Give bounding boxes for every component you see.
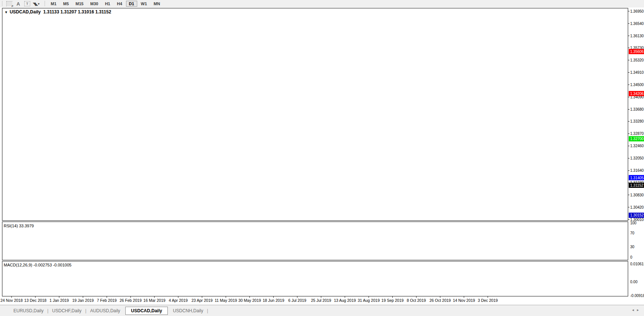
rsi-axis-label: 30 <box>630 245 635 249</box>
rsi-indicator-label: RSI(14) 33.3979 <box>4 224 34 228</box>
symbol-tab-bar: EURUSD,Daily|USDCHF,Daily|AUDUSD,DailyUS… <box>0 305 644 316</box>
symbol-tab-usdcnh[interactable]: USDCNH,Daily <box>169 307 207 315</box>
timeframe-button-m15[interactable]: M15 <box>73 1 87 7</box>
date-label: 23 Apr 2019 <box>191 298 213 303</box>
price-tick-label: 1.31640 <box>630 168 644 173</box>
macd-axis-label: 0.00 <box>630 280 638 284</box>
symbol-tab-usdchf[interactable]: USDCHF,Daily <box>48 307 85 315</box>
price-level-badge-value: 1.35606 <box>630 50 644 54</box>
price-tick-label: 1.30420 <box>630 205 644 209</box>
price-level-badge-value: 1.31152 <box>630 183 644 187</box>
chart-window[interactable]: 1.369501.365401.361301.357301.353201.349… <box>0 7 644 305</box>
date-label: 4 Apr 2019 <box>169 298 188 303</box>
timeframe-button-m1[interactable]: M1 <box>48 1 59 7</box>
date-label: 25 Jul 2019 <box>311 298 331 303</box>
price-tick-label: 1.32460 <box>630 144 644 148</box>
price-tick-label: 1.35320 <box>630 58 644 62</box>
timeframe-button-h1[interactable]: H1 <box>102 1 113 7</box>
date-label: 13 Dec 2018 <box>24 298 47 303</box>
symbol-tab-usdcad[interactable]: USDCAD,Daily <box>125 307 167 315</box>
price-tick-label: 1.32870 <box>630 132 644 136</box>
timeframe-button-d1[interactable]: D1 <box>126 1 137 7</box>
date-label: 3 Dec 2019 <box>478 298 498 303</box>
date-label: 19 Jan 2019 <box>72 298 94 303</box>
date-label: 11 May 2019 <box>215 298 237 303</box>
date-label: 13 Aug 2019 <box>334 298 356 303</box>
date-label: 26 Oct 2019 <box>430 298 451 303</box>
macd-indicator-label: MACD(12,26,9) -0.002753 -0.001005 <box>4 263 72 267</box>
rsi-pane-frame <box>2 222 628 260</box>
date-label: 14 Nov 2019 <box>453 298 475 303</box>
date-label: 31 Aug 2019 <box>358 298 380 303</box>
macd-axis-label: 0.010615 <box>630 262 644 266</box>
rsi-axis-label: 0 <box>630 255 632 259</box>
collapse-triangle-icon[interactable]: ▼ <box>4 10 8 14</box>
price-tick-label: 1.33280 <box>630 119 644 123</box>
tab-scroll-left-icon[interactable]: ◂ <box>632 308 637 312</box>
symbol-tab-audusd[interactable]: AUDUSD,Daily <box>87 307 124 315</box>
date-label: 6 Jul 2019 <box>288 298 307 303</box>
drawing-tools-icon[interactable]: ◥◣▾ <box>32 1 40 7</box>
price-tick-label: 1.33680 <box>630 107 644 111</box>
price-level-badge-value: 1.34206 <box>630 92 644 96</box>
date-label: 19 Sep 2019 <box>381 298 404 303</box>
axis-layer: 1.369501.365401.361301.357301.353201.349… <box>0 8 644 303</box>
date-label: 16 Mar 2019 <box>144 298 166 303</box>
price-tick-label: 1.36950 <box>630 9 644 13</box>
timeframe-button-m5[interactable]: M5 <box>60 1 72 7</box>
date-label: 24 Nov 2018 <box>0 298 23 303</box>
dropdown-caret-icon[interactable]: ▾ <box>38 2 40 6</box>
symbol-tab-eurusd[interactable]: EURUSD,Daily <box>10 307 47 315</box>
text-label-icon[interactable]: T <box>23 1 31 7</box>
price-tick-label: 1.34910 <box>630 70 644 75</box>
macd-pane-frame <box>2 261 628 296</box>
price-tick-label: 1.32050 <box>630 156 644 160</box>
chart-ohlc-values: 1.31133 1.31207 1.31016 1.31152 <box>43 9 111 15</box>
date-label: 26 Feb 2019 <box>120 298 142 303</box>
price-level-badge-value: 1.32700 <box>630 137 644 141</box>
top-toolbar: F A T ◥◣▾ M1M5M15M30H1H4D1W1MN <box>0 0 644 8</box>
date-label: 1 Jan 2019 <box>50 298 69 303</box>
chart-title-line: ▼USDCAD,Daily 1.31133 1.31207 1.31016 1.… <box>4 9 111 15</box>
price-level-badge-value: 1.31405 <box>630 176 644 180</box>
toolbar-grip[interactable] <box>1 1 4 6</box>
tab-scroll-right-icon[interactable]: ▸ <box>637 308 642 312</box>
main-pane-frame <box>2 8 628 221</box>
timeframe-toolbar: M1M5M15M30H1H4D1W1MN <box>47 1 163 7</box>
grid-glyph: F <box>6 1 12 6</box>
timeframe-button-w1[interactable]: W1 <box>138 1 150 7</box>
chart-canvas[interactable]: 1.369501.365401.361301.357301.353201.349… <box>0 7 644 305</box>
chart-grid-f-icon[interactable]: F <box>6 1 13 7</box>
chart-symbol-title: USDCAD,Daily <box>10 9 41 15</box>
price-tick-label: 1.34500 <box>630 83 644 87</box>
text-box-glyph: T <box>24 1 30 6</box>
macd-axis-label: -0.009185 <box>630 294 644 298</box>
text-annotation-icon[interactable]: A <box>15 1 22 7</box>
timeframe-button-mn[interactable]: MN <box>151 1 163 7</box>
arrows-glyph: ◥◣ <box>33 2 37 6</box>
tab-scroll-arrows[interactable]: ◂▸ <box>632 308 642 312</box>
toolbar-grip-2[interactable] <box>44 1 46 6</box>
price-tick-label: 1.36130 <box>630 34 644 38</box>
price-tick-label: 1.30830 <box>630 193 644 197</box>
rsi-axis-label: 70 <box>630 231 635 235</box>
tab-separator: | <box>207 308 208 313</box>
price-tick-label: 1.36540 <box>630 22 644 26</box>
date-label: 30 May 2019 <box>238 298 261 303</box>
timeframe-button-h4[interactable]: H4 <box>114 1 125 7</box>
date-label: 8 Oct 2019 <box>407 298 426 303</box>
price-level-badge-value: 1.30152 <box>630 213 644 217</box>
rsi-axis-label: 100 <box>630 221 637 225</box>
date-label: 18 Jun 2019 <box>263 298 284 303</box>
timeframe-button-m30[interactable]: M30 <box>87 1 101 7</box>
date-label: 7 Feb 2019 <box>97 298 117 303</box>
